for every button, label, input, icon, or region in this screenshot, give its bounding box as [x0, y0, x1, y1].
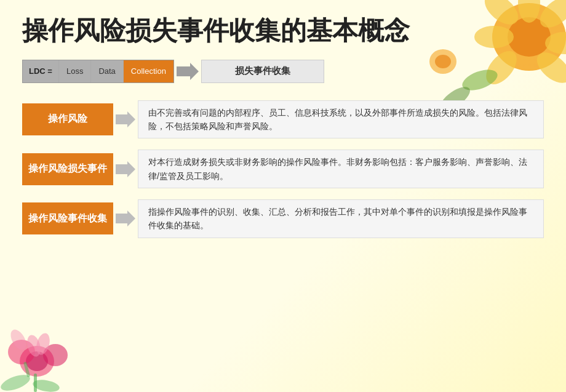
svg-point-23 — [32, 378, 60, 392]
ldc-loss: Loss — [59, 60, 91, 82]
def-text-operational-risk: 由不完善或有问题的内部程序、员工、信息科技系统，以及外部事件所造成损失的风险。包… — [138, 100, 544, 139]
def-text-loss-event: 对本行造成财务损失或非财务影响的操作风险事件。非财务影响包括：客户服务影响、声誉… — [138, 150, 544, 188]
page-title: 操作风险损失事件收集的基本概念 — [22, 15, 544, 47]
ldc-collection: Collection — [124, 60, 173, 82]
def-row-operational-risk: 操作风险 由不完善或有问题的内部程序、员工、信息科技系统，以及外部事件所造成损失… — [22, 100, 544, 139]
svg-marker-26 — [116, 161, 135, 177]
ldc-label: LDC = — [23, 60, 59, 82]
svg-marker-25 — [116, 111, 135, 127]
slide: 操作风险损失事件收集的基本概念 LDC = Loss Data Collecti… — [0, 0, 566, 392]
svg-point-22 — [0, 372, 32, 392]
svg-marker-24 — [177, 63, 199, 80]
ldc-equation: LDC = Loss Data Collection 损失事件收集 — [22, 60, 544, 83]
def-row-loss-event: 操作风险损失事件 对本行造成财务损失或非财务影响的操作风险事件。非财务影响包括：… — [22, 150, 544, 188]
def-row-event-collection: 操作风险事件收集 指操作风险事件的识别、收集、汇总、分析和报告工作，其中对单个事… — [22, 199, 544, 238]
definitions-list: 操作风险 由不完善或有问题的内部程序、员工、信息科技系统，以及外部事件所造成损失… — [22, 100, 544, 238]
ldc-formula-box: LDC = Loss Data Collection — [22, 60, 174, 83]
def-label-operational-risk: 操作风险 — [22, 103, 113, 135]
def-label-loss-event: 操作风险损失事件 — [22, 153, 113, 185]
ldc-arrow — [174, 60, 201, 83]
svg-point-17 — [25, 334, 43, 358]
svg-point-16 — [43, 344, 68, 366]
svg-rect-20 — [34, 374, 37, 392]
svg-point-18 — [34, 332, 52, 356]
svg-point-15 — [8, 340, 35, 364]
def-arrow-0 — [113, 103, 138, 135]
slide-content: 操作风险损失事件收集的基本概念 LDC = Loss Data Collecti… — [0, 0, 566, 250]
svg-point-13 — [20, 346, 54, 377]
svg-point-14 — [26, 351, 48, 371]
flower-decoration-bottom-left — [0, 281, 123, 392]
ldc-result: 损失事件收集 — [201, 60, 324, 83]
def-arrow-2 — [113, 202, 138, 234]
def-text-event-collection: 指操作风险事件的识别、收集、汇总、分析和报告工作，其中对单个事件的识别和填报是操… — [138, 199, 544, 238]
svg-point-19 — [7, 327, 29, 352]
svg-marker-27 — [116, 210, 135, 226]
def-label-event-collection: 操作风险事件收集 — [22, 202, 113, 234]
svg-rect-21 — [23, 362, 30, 377]
ldc-data: Data — [91, 60, 123, 82]
def-arrow-1 — [113, 153, 138, 185]
